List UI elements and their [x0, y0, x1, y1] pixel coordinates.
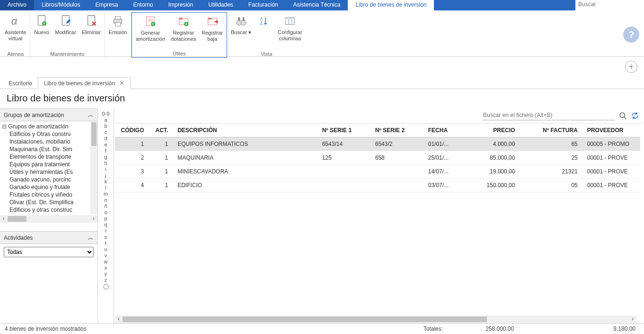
tree-root[interactable]: Grupos de amortización [2, 123, 97, 130]
tree-item[interactable]: Maquinaria (Est. Dir. Sim [9, 145, 97, 153]
ribbon-btn-file-delete[interactable]: Eliminar [79, 12, 104, 36]
menu-entorno[interactable]: Entorno [125, 0, 160, 10]
add-tab-button[interactable]: + [625, 61, 637, 73]
menu-libro-bienes[interactable]: Libro de bienes de inversión [348, 0, 434, 10]
ribbon-group-name: Vista [261, 50, 272, 58]
cell-ns2 [371, 179, 423, 192]
alpha-o[interactable]: o [98, 209, 114, 215]
col-ns2[interactable]: Nº SERIE 2 [371, 124, 423, 137]
tree-item[interactable]: Edificios y otras construc [9, 206, 97, 214]
tree-item[interactable]: Elementos de transporte [9, 153, 97, 161]
tree-item[interactable]: Ganado vacuno, porcinc [9, 176, 97, 183]
grid-search-input[interactable] [482, 110, 615, 120]
alpha-z[interactable]: z [98, 277, 114, 283]
tree-h-scroll[interactable]: ‹› [0, 215, 97, 223]
menu-facturacion[interactable]: Facturación [241, 0, 286, 10]
ribbon-btn-alpha[interactable]: αAsistente virtual [2, 12, 29, 43]
col-desc[interactable]: DESCRIPCIÓN [173, 124, 318, 137]
global-search-input[interactable] [575, 0, 644, 9]
tree-item[interactable]: Olivar (Est. Dir. Simplifica [9, 199, 97, 206]
alpha-g[interactable]: g [98, 153, 114, 160]
tree-item[interactable]: Frutales cítricos y viñedo [9, 191, 97, 199]
tree-item[interactable]: Instalaciones, mobiliario [9, 138, 97, 145]
ribbon-group-2: Emisión [105, 12, 132, 58]
col-ns1[interactable]: Nº SERIE 1 [318, 124, 371, 137]
left-panel: Grupos de amortización ︽ Grupos de amort… [0, 108, 98, 323]
tree-item[interactable]: Equipos para tratamient [9, 161, 97, 168]
col-codigo[interactable]: CÓDIGO [115, 124, 149, 137]
menu-file[interactable]: Archivo [0, 0, 34, 10]
help-icon[interactable]: ? [623, 27, 639, 43]
ribbon-btn-file-add[interactable]: +Nuevo [31, 12, 52, 36]
col-nfact[interactable]: Nº FACTURA [520, 124, 582, 137]
menu-empresa[interactable]: Empresa [88, 0, 125, 10]
tab-libro-bienes[interactable]: Libro de bienes de inversión ✕ [38, 77, 131, 89]
ribbon-btn-label: Registrar baja [202, 30, 223, 42]
col-act[interactable]: ACT. [149, 124, 173, 137]
alpha-h[interactable]: h [98, 160, 114, 166]
alpha-r[interactable]: r [98, 227, 114, 234]
ribbon-btn-binoculars[interactable]: Buscar ▾ [228, 12, 254, 43]
ribbon-btn-sort[interactable]: AZ [254, 12, 275, 43]
svg-line-31 [624, 117, 626, 119]
ribbon-btn-doc-add[interactable]: +Generar amortización [133, 13, 168, 43]
alpha-m[interactable]: m [98, 190, 114, 197]
table-row[interactable]: 21MAQUINARIA12565825/01/...85.000,002500… [115, 151, 640, 165]
cell-fecha: 03/07/... [423, 179, 457, 192]
menu-asistencia[interactable]: Asistencia Técnica [286, 0, 348, 10]
alpha-n[interactable]: n [98, 197, 114, 203]
alpha-e[interactable]: e [98, 141, 114, 147]
col-prov[interactable]: PROVEEDOR [582, 124, 640, 137]
alpha-d[interactable]: d [98, 135, 114, 141]
alpha-w[interactable]: w [98, 258, 114, 264]
tree-item[interactable]: Útiles y herramientas (Es [9, 168, 97, 176]
alpha-v[interactable]: v [98, 252, 114, 258]
ribbon-btn-folder-out[interactable]: Registrar baja [199, 13, 226, 43]
page-title: Libro de bienes de inversión [0, 89, 644, 108]
tree-item[interactable]: Edificios y Otras constru [9, 130, 97, 138]
refresh-icon[interactable] [631, 111, 639, 120]
menu-utilidades[interactable]: Utilidades [201, 0, 241, 10]
ribbon-btn-columns[interactable]: Configurar columnas [275, 12, 305, 43]
alpha-j[interactable]: j [98, 172, 114, 178]
alpha-u[interactable]: u [98, 246, 114, 252]
alpha-y[interactable]: y [98, 271, 114, 277]
alpha-x[interactable]: x [98, 264, 114, 271]
alpha-f[interactable]: f [98, 147, 114, 153]
alpha-q[interactable]: q [98, 221, 114, 227]
alpha-b[interactable]: b [98, 123, 114, 129]
alpha-◯[interactable]: ◯ [98, 283, 114, 289]
collapse-icon[interactable]: ︽ [88, 111, 94, 119]
collapse-icon[interactable]: ︽ [88, 234, 94, 242]
ribbon: αAsistente virtualAtenea+NuevoModificarE… [0, 10, 644, 57]
sort-icon: AZ [257, 13, 272, 28]
col-precio[interactable]: PRECIO [457, 124, 520, 137]
alpha-0-9[interactable]: 0-9 [98, 110, 114, 117]
table-row[interactable]: 31MINIESCAVADORA14/07/...19.000,00213210… [115, 165, 640, 179]
alpha-s[interactable]: s [98, 234, 114, 240]
alpha-p[interactable]: p [98, 215, 114, 221]
alpha-a[interactable]: a [98, 117, 114, 123]
search-icon[interactable] [618, 111, 627, 120]
alpha-t[interactable]: t [98, 240, 114, 246]
tab-escritorio[interactable]: Escritorio [3, 78, 38, 89]
col-fecha[interactable]: FECHA [423, 124, 457, 137]
ribbon-btn-label: Generar amortización [136, 30, 165, 42]
alpha-ñ[interactable]: ñ [98, 203, 114, 209]
tree-scrollbar[interactable] [90, 121, 97, 214]
ribbon-btn-printer[interactable]: Emisión [106, 12, 130, 36]
alpha-i[interactable]: i [98, 166, 114, 172]
activities-select[interactable]: Todas [4, 247, 94, 257]
ribbon-btn-folder-add[interactable]: +Registrar dotaciones [168, 13, 199, 43]
grid-h-scroll[interactable]: ‹› [115, 316, 636, 323]
alpha-l[interactable]: l [98, 184, 114, 190]
alpha-k[interactable]: k [98, 178, 114, 184]
alpha-c[interactable]: c [98, 129, 114, 135]
ribbon-btn-file-edit[interactable]: Modificar [52, 12, 79, 36]
menu-impresion[interactable]: Impresión [160, 0, 201, 10]
tab-close-icon[interactable]: ✕ [119, 80, 124, 87]
tree-item[interactable]: Ganado equino y frutale [9, 183, 97, 191]
table-row[interactable]: 11EQUIPOS INFORMATICOS6543/146543/201/01… [115, 137, 640, 151]
menu-libros[interactable]: Libros/Módulos [34, 0, 88, 10]
table-row[interactable]: 41EDIFICIO03/07/...150.000,000500001 - P… [115, 179, 640, 192]
